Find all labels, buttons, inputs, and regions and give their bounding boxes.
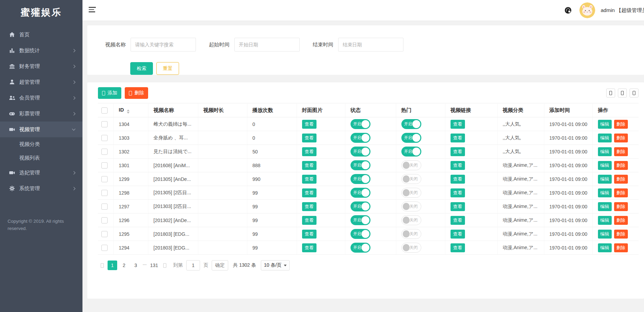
hot-toggle[interactable]: 关闭 xyxy=(401,243,421,253)
status-toggle[interactable]: 开启 xyxy=(351,119,370,129)
sidebar-item-girl[interactable]: 选妃管理 xyxy=(0,165,82,181)
page-button-131[interactable]: 131 xyxy=(149,261,159,270)
row-checkbox[interactable] xyxy=(101,135,108,141)
hot-toggle[interactable]: 开启 xyxy=(401,147,421,157)
view-cover-button[interactable]: 查看 xyxy=(302,188,317,197)
edit-button[interactable]: 编辑 xyxy=(598,161,612,170)
status-toggle[interactable]: 开启 xyxy=(351,147,370,157)
status-toggle[interactable]: 开启 xyxy=(351,188,370,198)
view-cover-button[interactable]: 查看 xyxy=(302,216,317,225)
row-checkbox[interactable] xyxy=(101,231,108,237)
row-delete-button[interactable]: 删除 xyxy=(614,202,628,211)
sidebar-subitem-video-list[interactable]: 视频列表 xyxy=(0,151,82,165)
hot-toggle[interactable]: 关闭 xyxy=(401,188,421,198)
row-checkbox[interactable] xyxy=(101,176,108,182)
next-page-icon[interactable] xyxy=(163,263,166,268)
hot-toggle[interactable]: 开启 xyxy=(401,133,421,143)
sort-icon[interactable] xyxy=(127,109,130,114)
theme-palette-icon[interactable] xyxy=(564,7,572,14)
row-checkbox[interactable] xyxy=(101,149,108,155)
hot-toggle[interactable]: 关闭 xyxy=(401,229,421,239)
row-checkbox[interactable] xyxy=(101,245,108,251)
start-date-input[interactable] xyxy=(234,38,300,51)
hot-toggle[interactable]: 关闭 xyxy=(401,160,421,170)
view-link-button[interactable]: 查看 xyxy=(451,243,465,252)
view-cover-button[interactable]: 查看 xyxy=(302,120,317,129)
view-link-button[interactable]: 查看 xyxy=(451,230,465,239)
row-delete-button[interactable]: 删除 xyxy=(614,243,628,252)
sidebar-toggle-button[interactable] xyxy=(89,7,96,14)
page-size-select[interactable]: 10 条/页 xyxy=(261,260,290,270)
row-delete-button[interactable]: 删除 xyxy=(614,161,628,170)
prev-page-icon[interactable] xyxy=(101,263,104,268)
sidebar-item-finance[interactable]: 财务管理 xyxy=(0,58,82,74)
sidebar-item-system[interactable]: 系统管理 xyxy=(0,181,82,196)
select-all-checkbox[interactable] xyxy=(101,107,108,114)
sidebar-item-member[interactable]: 会员管理 xyxy=(0,90,82,106)
add-button[interactable]: 添加 xyxy=(98,87,121,99)
avatar[interactable] xyxy=(579,2,595,18)
view-cover-button[interactable]: 查看 xyxy=(302,161,317,170)
goto-confirm-button[interactable]: 确定 xyxy=(212,260,228,270)
edit-button[interactable]: 编辑 xyxy=(598,243,612,252)
view-link-button[interactable]: 查看 xyxy=(451,147,465,156)
row-checkbox[interactable] xyxy=(101,162,108,169)
delete-button[interactable]: 删除 xyxy=(125,87,148,99)
status-toggle[interactable]: 开启 xyxy=(351,174,370,184)
sidebar-item-video[interactable]: 视频管理 xyxy=(0,122,82,137)
view-link-button[interactable]: 查看 xyxy=(451,175,465,184)
edit-button[interactable]: 编辑 xyxy=(598,134,612,142)
row-delete-button[interactable]: 删除 xyxy=(614,230,628,239)
status-toggle[interactable]: 开启 xyxy=(351,133,370,143)
row-delete-button[interactable]: 删除 xyxy=(614,147,628,156)
page-button-1[interactable]: 1 xyxy=(108,261,117,270)
edit-button[interactable]: 编辑 xyxy=(598,175,612,184)
row-checkbox[interactable] xyxy=(101,190,108,196)
search-button[interactable]: 检索 xyxy=(130,62,153,75)
hot-toggle[interactable]: 关闭 xyxy=(401,174,421,184)
hot-toggle[interactable]: 关闭 xyxy=(401,215,421,225)
hot-toggle[interactable]: 关闭 xyxy=(401,201,421,211)
row-checkbox[interactable] xyxy=(101,121,108,127)
page-button-2[interactable]: 2 xyxy=(119,261,129,270)
row-delete-button[interactable]: 删除 xyxy=(614,134,628,142)
status-toggle[interactable]: 开启 xyxy=(351,160,370,170)
toggle-view-button[interactable] xyxy=(618,89,627,97)
view-cover-button[interactable]: 查看 xyxy=(302,230,317,239)
refresh-button[interactable] xyxy=(606,89,615,97)
edit-button[interactable]: 编辑 xyxy=(598,120,612,129)
row-checkbox[interactable] xyxy=(101,217,108,223)
status-toggle[interactable]: 开启 xyxy=(351,243,370,253)
edit-button[interactable]: 编辑 xyxy=(598,188,612,197)
edit-button[interactable]: 编辑 xyxy=(598,216,612,225)
edit-button[interactable]: 编辑 xyxy=(598,230,612,239)
status-toggle[interactable]: 开启 xyxy=(351,215,370,225)
row-delete-button[interactable]: 删除 xyxy=(614,120,628,129)
hot-toggle[interactable]: 开启 xyxy=(401,119,421,129)
view-cover-button[interactable]: 查看 xyxy=(302,147,317,156)
username[interactable]: admin 【超级管理员】 xyxy=(601,7,644,14)
reset-button[interactable]: 重置 xyxy=(156,62,179,75)
status-toggle[interactable]: 开启 xyxy=(351,201,370,211)
sidebar-item-stats[interactable]: 数据统计 xyxy=(0,43,82,58)
sidebar-item-home[interactable]: 首页 xyxy=(0,27,82,43)
view-link-button[interactable]: 查看 xyxy=(451,216,465,225)
sidebar-subitem-video-category[interactable]: 视频分类 xyxy=(0,137,82,151)
sidebar-item-admin[interactable]: 超管管理 xyxy=(0,74,82,90)
row-delete-button[interactable]: 删除 xyxy=(614,175,628,184)
video-name-input[interactable] xyxy=(131,38,196,51)
view-cover-button[interactable]: 查看 xyxy=(302,134,317,142)
columns-button[interactable] xyxy=(630,89,639,97)
row-delete-button[interactable]: 删除 xyxy=(614,188,628,197)
view-link-button[interactable]: 查看 xyxy=(451,202,465,211)
view-link-button[interactable]: 查看 xyxy=(451,134,465,142)
view-link-button[interactable]: 查看 xyxy=(451,188,465,197)
page-button-3[interactable]: 3 xyxy=(131,261,141,270)
view-cover-button[interactable]: 查看 xyxy=(302,175,317,184)
goto-page-input[interactable] xyxy=(186,260,200,270)
column-header-id[interactable]: ID xyxy=(113,103,148,117)
row-checkbox[interactable] xyxy=(101,204,108,210)
view-cover-button[interactable]: 查看 xyxy=(302,202,317,211)
end-date-input[interactable] xyxy=(338,38,403,51)
row-delete-button[interactable]: 删除 xyxy=(614,216,628,225)
